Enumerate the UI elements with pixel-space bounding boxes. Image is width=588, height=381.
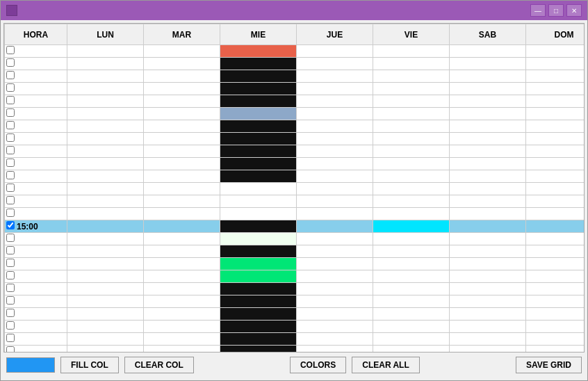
lun-cell[interactable] (67, 70, 144, 83)
jue-cell[interactable] (297, 120, 373, 133)
mar-cell[interactable] (144, 333, 220, 346)
close-button[interactable]: ✕ (566, 4, 582, 17)
sab-cell[interactable] (450, 145, 526, 158)
lun-cell[interactable] (67, 208, 144, 220)
sab-cell[interactable] (450, 120, 526, 133)
jue-cell[interactable] (297, 170, 373, 183)
jue-cell[interactable] (297, 183, 373, 195)
dom-cell[interactable] (526, 108, 585, 120)
jue-cell[interactable] (297, 195, 373, 208)
row-checkbox[interactable] (6, 271, 15, 279)
sab-cell[interactable] (450, 195, 526, 208)
vie-cell[interactable] (373, 258, 450, 270)
mie-cell[interactable] (220, 321, 297, 333)
mie-cell[interactable] (220, 108, 297, 120)
hora-cell[interactable] (5, 170, 67, 183)
sab-cell[interactable] (450, 208, 526, 220)
mie-cell[interactable] (220, 70, 297, 83)
dom-cell[interactable] (526, 133, 585, 145)
grid-container[interactable]: HORA LUN MAR MIE JUE (3, 23, 585, 352)
hora-cell[interactable] (5, 233, 67, 245)
row-checkbox[interactable] (6, 71, 15, 79)
hora-cell[interactable] (5, 321, 67, 333)
vie-cell[interactable] (373, 245, 450, 258)
hora-cell[interactable] (5, 283, 67, 295)
jue-cell[interactable] (297, 258, 373, 270)
lun-cell[interactable] (67, 195, 144, 208)
jue-cell[interactable] (297, 245, 373, 258)
mar-cell[interactable] (144, 308, 220, 321)
row-checkbox[interactable] (6, 309, 15, 317)
jue-cell[interactable] (297, 220, 373, 233)
sab-cell[interactable] (450, 70, 526, 83)
mie-cell[interactable] (220, 95, 297, 108)
row-checkbox[interactable] (6, 234, 15, 242)
mie-cell[interactable] (220, 295, 297, 308)
colors-button[interactable]: COLORS (290, 357, 346, 373)
row-checkbox[interactable] (6, 184, 15, 192)
hora-cell[interactable] (5, 270, 67, 283)
row-checkbox[interactable] (6, 171, 15, 179)
mar-cell[interactable] (144, 95, 220, 108)
row-checkbox[interactable] (6, 259, 15, 267)
save-grid-button[interactable]: SAVE GRID (516, 357, 582, 373)
mie-cell[interactable] (220, 233, 297, 245)
vie-cell[interactable] (373, 295, 450, 308)
lun-cell[interactable] (67, 170, 144, 183)
dom-cell[interactable] (526, 83, 585, 95)
vie-cell[interactable] (373, 308, 450, 321)
row-checkbox[interactable] (6, 221, 15, 229)
dom-cell[interactable] (526, 245, 585, 258)
row-checkbox[interactable] (6, 334, 15, 342)
jue-cell[interactable] (297, 321, 373, 333)
jue-cell[interactable] (297, 45, 373, 58)
row-checkbox[interactable] (6, 346, 15, 352)
lun-cell[interactable] (67, 95, 144, 108)
row-checkbox[interactable] (6, 321, 15, 330)
dom-cell[interactable] (526, 270, 585, 283)
vie-cell[interactable] (373, 120, 450, 133)
sab-cell[interactable] (450, 108, 526, 120)
clear-col-button[interactable]: CLEAR COL (124, 357, 194, 373)
mie-cell[interactable] (220, 346, 297, 353)
vie-cell[interactable] (373, 233, 450, 245)
lun-cell[interactable] (67, 145, 144, 158)
vie-cell[interactable] (373, 133, 450, 145)
hora-cell[interactable] (5, 245, 67, 258)
vie-cell[interactable] (373, 145, 450, 158)
hora-cell[interactable] (5, 346, 67, 353)
sab-cell[interactable] (450, 346, 526, 353)
lun-cell[interactable] (67, 333, 144, 346)
mar-cell[interactable] (144, 245, 220, 258)
sab-cell[interactable] (450, 133, 526, 145)
dom-cell[interactable] (526, 145, 585, 158)
row-checkbox[interactable] (6, 133, 15, 142)
hora-cell[interactable] (5, 95, 67, 108)
jue-cell[interactable] (297, 233, 373, 245)
dom-cell[interactable] (526, 195, 585, 208)
lun-cell[interactable] (67, 58, 144, 70)
row-checkbox[interactable] (6, 296, 15, 305)
mie-cell[interactable] (220, 83, 297, 95)
lun-cell[interactable] (67, 133, 144, 145)
hora-cell[interactable] (5, 45, 67, 58)
sab-cell[interactable] (450, 270, 526, 283)
jue-cell[interactable] (297, 158, 373, 170)
jue-cell[interactable] (297, 295, 373, 308)
mie-cell[interactable] (220, 208, 297, 220)
dom-cell[interactable] (526, 258, 585, 270)
row-checkbox[interactable] (6, 246, 15, 254)
jue-cell[interactable] (297, 133, 373, 145)
sab-cell[interactable] (450, 170, 526, 183)
dom-cell[interactable] (526, 58, 585, 70)
hora-cell[interactable]: 15:00 (5, 220, 67, 233)
row-checkbox[interactable] (6, 196, 15, 204)
jue-cell[interactable] (297, 58, 373, 70)
sab-cell[interactable] (450, 58, 526, 70)
row-checkbox[interactable] (6, 46, 15, 54)
sab-cell[interactable] (450, 295, 526, 308)
mie-cell[interactable] (220, 145, 297, 158)
dom-cell[interactable] (526, 183, 585, 195)
lun-cell[interactable] (67, 258, 144, 270)
mar-cell[interactable] (144, 58, 220, 70)
